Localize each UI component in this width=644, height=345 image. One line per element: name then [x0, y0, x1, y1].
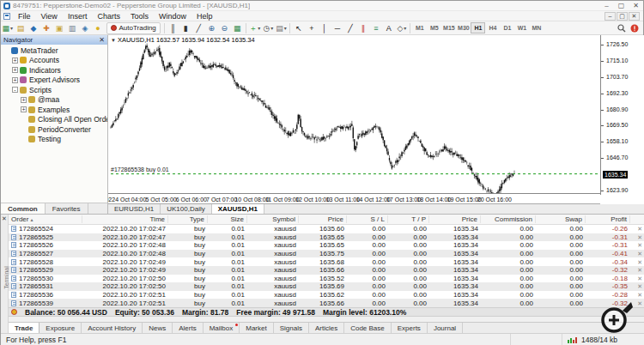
timeframe-m1[interactable]: M1: [412, 22, 427, 33]
periods-icon[interactable]: ◷▾: [262, 22, 274, 34]
fibonacci-icon[interactable]: ≡: [370, 22, 382, 34]
minimize-button[interactable]: –: [599, 1, 614, 10]
terminal-panel-icon[interactable]: ▥: [66, 22, 78, 34]
menu-window[interactable]: Window: [154, 11, 191, 21]
new-chart-icon-dropdown[interactable]: ▾: [10, 25, 13, 31]
order-row-172865539[interactable]: 1728655392022.10.20 17:02:51buy0.01xauus…: [9, 299, 644, 307]
arrows-icon-dropdown[interactable]: ▾: [404, 25, 406, 31]
timeframe-m5[interactable]: M5: [427, 22, 441, 33]
child-close-button[interactable]: ✕: [629, 12, 640, 21]
expander-icon[interactable]: +: [21, 97, 27, 103]
order-row-172865527[interactable]: 1728655272022.10.20 17:02:48buy0.01xauus…: [9, 250, 644, 258]
data-window-icon[interactable]: ✚: [40, 22, 52, 34]
candlestick-chart-icon[interactable]: ▮: [179, 22, 191, 34]
menu-view[interactable]: View: [36, 11, 63, 21]
maximize-button[interactable]: ▢: [614, 1, 629, 10]
zoom-out-icon[interactable]: ⊖: [218, 22, 230, 34]
profiles-icon[interactable]: ▤: [15, 22, 27, 34]
terminal-tab-account-history[interactable]: Account History: [82, 323, 143, 333]
order-row-172865524[interactable]: 1728655242022.10.20 17:02:47buy0.01xauus…: [9, 225, 644, 233]
line-chart-icon[interactable]: ╱: [192, 22, 204, 34]
cursor-icon[interactable]: ↖: [293, 22, 305, 34]
terminal-tab-news[interactable]: News: [143, 323, 173, 333]
tree-item-expert-advisors[interactable]: +Expert Advisors: [1, 76, 107, 86]
channel-icon[interactable]: ∥: [357, 22, 369, 34]
zoom-in-icon[interactable]: ⊕: [205, 22, 217, 34]
one-click-trading-icon[interactable]: ▼: [111, 38, 116, 43]
close-order-icon[interactable]: ✕: [637, 275, 642, 281]
close-order-icon[interactable]: ✕: [637, 283, 642, 289]
timeframe-m30[interactable]: M30: [456, 22, 471, 33]
navigator-panel-icon[interactable]: ▣: [53, 22, 65, 34]
navigator-tab-favorites[interactable]: Favorites: [46, 203, 88, 214]
tree-item-closing-all-open-orders[interactable]: Closing All Open Orders: [1, 115, 107, 125]
timeframe-m15[interactable]: M15: [441, 22, 456, 33]
close-button[interactable]: ✕: [629, 1, 643, 10]
column-header-price[interactable]: Price: [429, 215, 481, 223]
tree-item-periodconverter[interactable]: PeriodConverter: [1, 124, 107, 135]
search-icon[interactable]: [616, 22, 628, 34]
chart-tab-eurusd-h1[interactable]: EURUSD,H1: [108, 204, 161, 214]
menu-file[interactable]: File: [13, 11, 36, 21]
navigator-tab-common[interactable]: Common: [1, 203, 46, 214]
trendline-icon[interactable]: ╱: [344, 22, 356, 34]
order-row-172865529[interactable]: 1728655292022.10.20 17:02:49buy0.01xauus…: [9, 266, 644, 275]
terminal-close-icon[interactable]: ✕: [2, 215, 7, 222]
tree-item-testing[interactable]: Testing: [1, 135, 107, 145]
arrows-icon[interactable]: ◇▾: [396, 22, 408, 34]
horizontal-line-icon[interactable]: ─: [331, 22, 343, 34]
chart-plot[interactable]: ▼XAUUSD,H1 1632.57 1635.94 1632.54 1635.…: [108, 35, 600, 194]
column-header-s-l[interactable]: S / L: [347, 215, 388, 223]
navigator-close-icon[interactable]: ✕: [99, 36, 105, 44]
timeframe-d1[interactable]: D1: [500, 22, 514, 33]
order-row-172865526[interactable]: 1728655262022.10.20 17:02:48buy0.01xauus…: [9, 241, 644, 250]
periods-icon-dropdown[interactable]: ▾: [270, 25, 273, 31]
timeframe-h1[interactable]: H1: [471, 22, 485, 33]
order-row-172865525[interactable]: 1728655252022.10.20 17:02:47buy0.01xauus…: [9, 233, 644, 242]
templates-icon-dropdown[interactable]: ▾: [284, 25, 287, 31]
expander-icon[interactable]: +: [21, 106, 27, 112]
chart-tab-uk100-daily[interactable]: UK100,Daily: [161, 204, 211, 214]
order-row-172865528[interactable]: 1728655282022.10.20 17:02:49buy0.01xauus…: [9, 257, 644, 266]
new-chart-icon[interactable]: ▦▾: [2, 22, 15, 34]
column-header-order[interactable]: Order▴: [9, 215, 82, 223]
column-header-profit[interactable]: Profit: [586, 215, 630, 223]
timeframe-w1[interactable]: W1: [514, 22, 529, 33]
tree-item-examples[interactable]: +Examples: [1, 105, 107, 115]
expander-icon[interactable]: -: [12, 87, 18, 93]
terminal-tab-trade[interactable]: Trade: [9, 323, 39, 333]
child-restore-button[interactable]: ▢: [617, 12, 628, 21]
crosshair-icon[interactable]: +: [306, 22, 318, 34]
terminal-tab-articles[interactable]: Articles: [309, 323, 344, 333]
close-order-icon[interactable]: ✕: [637, 242, 642, 248]
close-order-icon[interactable]: ✕: [637, 300, 642, 306]
column-header-swap[interactable]: Swap: [536, 215, 586, 223]
templates-icon[interactable]: ▤▾: [275, 22, 288, 34]
text-label-icon[interactable]: A: [383, 22, 395, 34]
tree-item-scripts[interactable]: -Scripts: [1, 85, 107, 95]
strategy-tester-icon[interactable]: ◈: [79, 22, 91, 34]
terminal-tab-mailbox[interactable]: Mailbox: [204, 323, 240, 333]
timeframe-mn[interactable]: MN: [529, 22, 544, 33]
vertical-line-icon[interactable]: │: [319, 22, 331, 34]
tree-item-indicators[interactable]: +Indicators: [1, 65, 107, 76]
bar-chart-icon[interactable]: ║: [167, 22, 179, 34]
order-row-172865536[interactable]: 1728655362022.10.20 17:02:51buy0.01xauus…: [9, 291, 644, 300]
terminal-tab-journal[interactable]: Journal: [428, 323, 463, 333]
column-header-type[interactable]: Type: [168, 215, 208, 223]
timeframe-h4[interactable]: H4: [485, 22, 500, 33]
terminal-tab-signals[interactable]: Signals: [274, 323, 309, 333]
close-order-icon[interactable]: ✕: [637, 226, 642, 232]
order-row-172865530[interactable]: 1728655302022.10.20 17:02:50buy0.01xauus…: [9, 275, 644, 283]
expander-icon[interactable]: +: [12, 67, 18, 73]
tile-windows-icon[interactable]: ▦: [231, 22, 243, 34]
column-header-symbol[interactable]: Symbol: [247, 215, 299, 223]
column-header-size[interactable]: Size: [208, 215, 247, 223]
column-header-t-p[interactable]: T / P: [388, 215, 429, 223]
close-order-icon[interactable]: ✕: [637, 267, 642, 273]
terminal-tab-exposure[interactable]: Exposure: [39, 323, 82, 333]
close-order-icon[interactable]: ✕: [637, 292, 642, 298]
tree-item--maa[interactable]: +@maa: [1, 95, 107, 106]
autotrading-button[interactable]: AutoTrading: [106, 22, 161, 34]
column-header-commission[interactable]: Commission: [481, 215, 536, 223]
